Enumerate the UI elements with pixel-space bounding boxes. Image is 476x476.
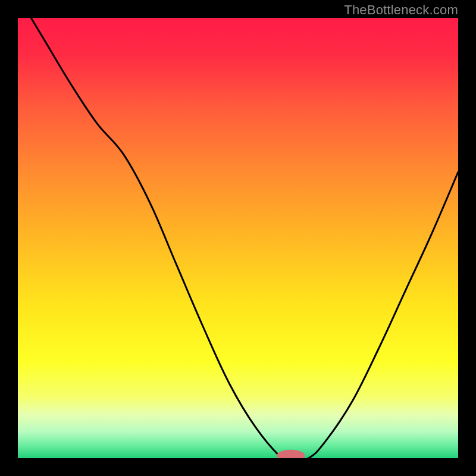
bottleneck-chart <box>18 18 458 458</box>
gradient-background <box>18 18 458 458</box>
plot-area <box>18 18 458 458</box>
watermark-label: TheBottleneck.com <box>344 2 458 18</box>
chart-frame: TheBottleneck.com <box>0 0 476 476</box>
